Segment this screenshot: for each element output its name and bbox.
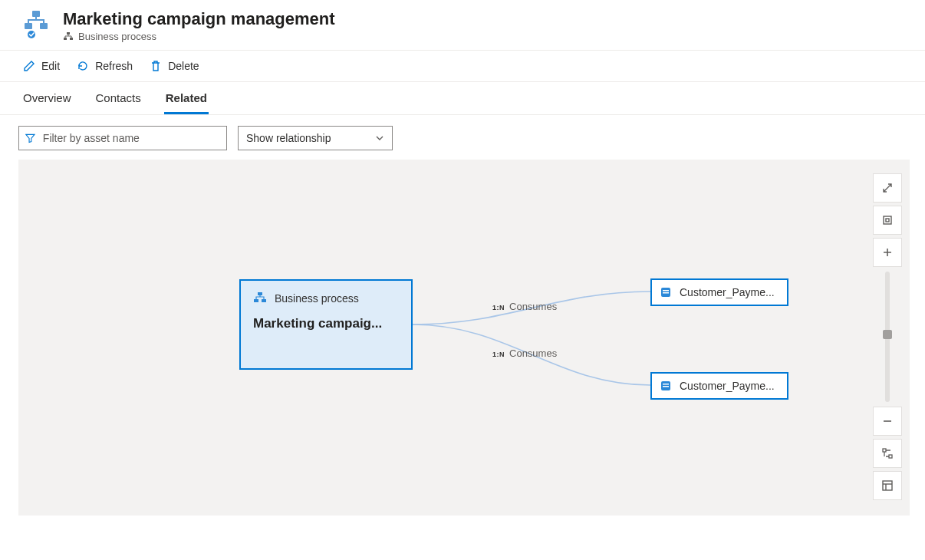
refresh-button[interactable]: Refresh — [75, 57, 134, 75]
relationship-select[interactable]: Show relationship — [238, 126, 393, 150]
child-node-2[interactable]: Customer_Payme... — [650, 372, 788, 400]
svg-rect-2 — [40, 23, 48, 29]
page-title: Marketing campaign management — [63, 9, 335, 29]
svg-rect-8 — [254, 299, 258, 302]
svg-rect-4 — [67, 32, 70, 35]
delete-icon — [150, 60, 162, 72]
svg-rect-11 — [663, 290, 669, 292]
main-node-title: Marketing campaig... — [253, 316, 399, 331]
zoom-thumb[interactable] — [883, 330, 892, 339]
expand-icon[interactable] — [873, 173, 902, 203]
delete-button[interactable]: Delete — [148, 57, 200, 75]
business-process-icon — [21, 9, 51, 38]
zoom-in-icon[interactable] — [873, 238, 902, 267]
svg-rect-7 — [258, 292, 262, 295]
tab-overview[interactable]: Overview — [21, 82, 73, 114]
canvas-tools — [873, 173, 902, 500]
svg-rect-16 — [884, 216, 891, 224]
sql-table-icon — [660, 380, 672, 392]
svg-rect-19 — [889, 455, 892, 458]
svg-rect-20 — [883, 481, 892, 490]
svg-point-3 — [28, 31, 35, 38]
filter-row: Show relationship — [0, 115, 925, 160]
edge-label-2: 1:N Consumes — [492, 348, 557, 359]
command-bar: Edit Refresh Delete — [0, 50, 925, 82]
relationship-canvas[interactable]: Business process Marketing campaig... 1:… — [18, 160, 910, 516]
chevron-down-icon — [375, 133, 384, 143]
zoom-slider[interactable] — [885, 272, 890, 402]
minimap-icon[interactable] — [873, 471, 902, 500]
edit-icon — [23, 60, 35, 72]
process-mini-icon — [63, 31, 74, 42]
business-process-node-icon — [253, 292, 267, 305]
svg-rect-5 — [64, 38, 67, 40]
svg-rect-9 — [262, 299, 266, 302]
svg-rect-14 — [663, 384, 669, 385]
zoom-out-icon[interactable] — [873, 407, 902, 436]
svg-rect-1 — [25, 23, 32, 29]
child-node-1-label: Customer_Payme... — [680, 286, 775, 298]
tab-contacts[interactable]: Contacts — [94, 82, 143, 114]
filter-icon — [25, 133, 35, 143]
svg-rect-6 — [70, 38, 73, 40]
refresh-icon — [77, 60, 89, 72]
svg-rect-18 — [883, 449, 886, 452]
main-node[interactable]: Business process Marketing campaig... — [239, 279, 413, 370]
page-subtitle: Business process — [63, 31, 335, 42]
tab-related[interactable]: Related — [164, 82, 209, 114]
edge-label-1: 1:N Consumes — [492, 301, 557, 312]
fit-icon[interactable] — [873, 206, 902, 235]
filter-asset-name-input[interactable] — [41, 131, 220, 145]
main-node-type: Business process — [275, 292, 359, 305]
svg-rect-12 — [663, 292, 669, 294]
filter-input-wrapper[interactable] — [18, 126, 227, 150]
edge-lines — [18, 160, 910, 516]
child-node-2-label: Customer_Payme... — [680, 380, 775, 392]
sql-table-icon — [660, 286, 672, 298]
tab-bar: Overview Contacts Related — [0, 82, 925, 115]
page-header: Marketing campaign management Business p… — [0, 0, 925, 50]
svg-rect-15 — [663, 386, 669, 387]
svg-rect-0 — [32, 11, 40, 17]
child-node-1[interactable]: Customer_Payme... — [650, 278, 788, 306]
svg-rect-17 — [886, 219, 889, 222]
edit-button[interactable]: Edit — [21, 57, 61, 75]
reorganize-icon[interactable] — [873, 439, 902, 468]
